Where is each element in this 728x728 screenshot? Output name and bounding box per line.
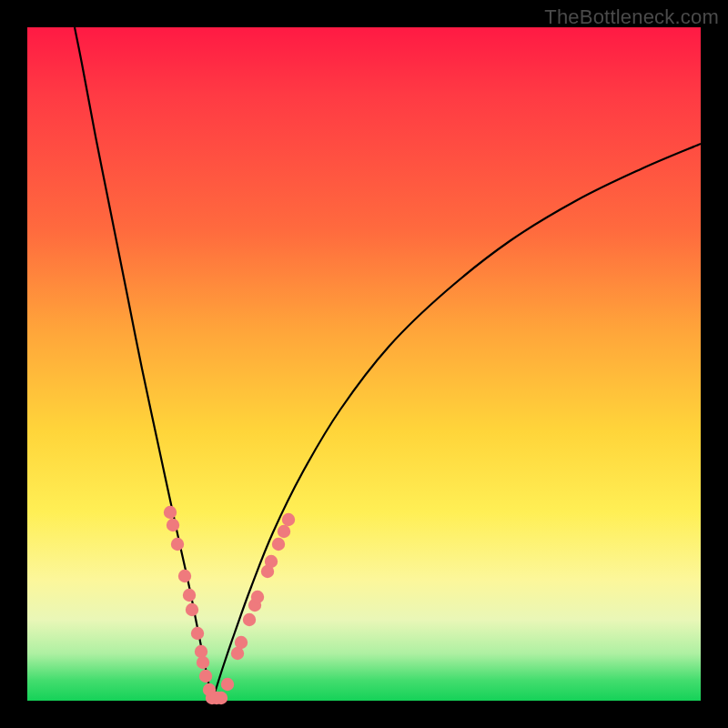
curve-right-curve — [212, 144, 701, 701]
data-point — [195, 645, 207, 658]
chart-svg — [27, 27, 701, 701]
data-point — [235, 636, 248, 649]
data-point — [251, 591, 264, 603]
data-point — [282, 513, 295, 526]
watermark-text: TheBottleneck.com — [544, 5, 719, 29]
data-point — [265, 555, 278, 568]
data-point — [178, 570, 191, 582]
data-point — [164, 506, 177, 519]
data-point — [243, 613, 256, 626]
data-point — [197, 656, 209, 669]
data-point — [278, 525, 290, 538]
data-point — [215, 692, 228, 704]
data-point — [183, 589, 196, 602]
data-point — [186, 603, 198, 616]
data-point — [191, 627, 204, 640]
chart-frame: TheBottleneck.com — [0, 0, 728, 728]
data-point — [167, 519, 179, 531]
data-point — [221, 678, 234, 691]
data-point — [272, 538, 285, 551]
data-point — [199, 670, 212, 682]
data-point — [171, 538, 184, 551]
plot-area — [27, 27, 701, 701]
